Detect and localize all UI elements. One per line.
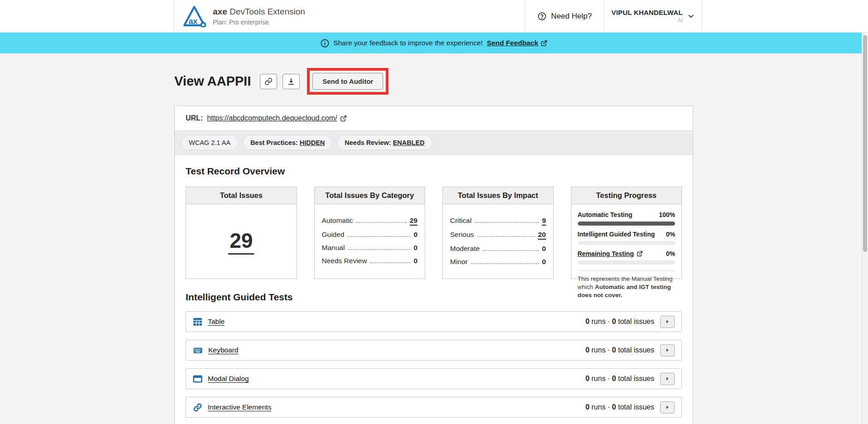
need-help-button[interactable]: Need Help? [525, 0, 604, 32]
impact-row: Minor0 [450, 258, 546, 266]
main-content: View AAPPII Send to Auditor URL: https:/… [0, 53, 868, 424]
scrollbar-thumb[interactable] [863, 35, 867, 252]
runs-label: runs · [590, 375, 612, 382]
stat-value: 0 [413, 244, 417, 252]
feedback-banner: Share your feedback to improve the exper… [0, 33, 868, 53]
stat-value: 0 [413, 257, 417, 265]
download-icon [287, 77, 295, 86]
caret-right-icon [664, 318, 671, 325]
expand-row-button[interactable] [660, 401, 675, 414]
caret-right-icon [664, 347, 671, 353]
total-issues-card: Total Issues 29 [186, 187, 297, 279]
guided-test-row-modal-dialog: Modal Dialog 0 runs · 0 total issues [186, 368, 682, 389]
expand-row-button[interactable] [660, 373, 675, 385]
overview-heading: Test Record Overview [186, 166, 682, 177]
progress-label: Remaining Testing [578, 250, 634, 257]
vertical-scrollbar[interactable] [862, 33, 868, 424]
progress-percent: 0% [666, 231, 675, 238]
impact-row: Critical9 [450, 217, 546, 226]
stat-label: Moderate [450, 245, 480, 253]
stat-label: Critical [450, 217, 471, 225]
brand-text: axe DevTools Extension Plan: Pro enterpr… [213, 7, 305, 26]
app-name-rest: DevTools Extension [227, 7, 305, 16]
modal-dialog-icon [193, 374, 202, 384]
runs-count: 0 [585, 346, 590, 354]
total-issues-value[interactable]: 29 [228, 228, 254, 255]
record-url-link[interactable]: https://abcdcomputech.dequecloud.com/ [207, 114, 346, 122]
stat-label: Automatic [322, 217, 353, 225]
guided-test-row-keyboard: Keyboard 0 runs · 0 total issues [186, 340, 682, 361]
category-row: Manual0 [322, 244, 418, 252]
stat-label: Minor [450, 258, 468, 266]
guided-test-link[interactable]: Keyboard [208, 346, 238, 354]
issues-label: total issues [616, 375, 654, 382]
impact-row: Serious20 [450, 231, 546, 240]
progress-bar [578, 260, 676, 265]
url-label: URL: [186, 114, 203, 122]
stat-value-link[interactable]: 29 [410, 217, 417, 226]
settings-badge-bar: WCAG 2.1 AA Best Practices: HIDDEN Needs… [175, 130, 693, 155]
best-practices-value: HIDDEN [300, 139, 325, 146]
card-title: Testing Progress [571, 187, 682, 204]
guided-test-link[interactable]: Table [208, 318, 225, 326]
table-icon [193, 317, 202, 327]
best-practices-toggle[interactable]: Best Practices: HIDDEN [243, 135, 332, 150]
progress-percent: 0% [666, 250, 675, 257]
guided-test-link[interactable]: Modal Dialog [208, 375, 249, 383]
header-left-spacer [0, 0, 174, 32]
testing-progress-card: Testing Progress Automatic Testing100% I… [571, 187, 682, 279]
send-feedback-link[interactable]: Send Feedback [487, 39, 547, 47]
stat-label: Serious [450, 231, 474, 239]
remaining-testing-link[interactable]: Remaining Testing [578, 250, 643, 257]
progress-note: This represents the Manual Testing which… [578, 270, 676, 300]
card-title: Total Issues By Impact [443, 187, 553, 204]
chain-links-icon [193, 403, 202, 412]
send-to-auditor-button[interactable]: Send to Auditor [312, 73, 383, 90]
runs-label: runs · [590, 403, 612, 411]
needs-review-toggle[interactable]: Needs Review: ENABLED [337, 135, 432, 150]
test-record-panel: URL: https://abcdcomputech.dequecloud.co… [174, 106, 693, 424]
stat-label: Manual [322, 244, 345, 252]
category-row: Needs Review0 [322, 257, 418, 265]
issues-count: 0 [612, 318, 616, 325]
svg-text:ax: ax [188, 16, 197, 25]
stat-value-link[interactable]: 9 [542, 217, 546, 226]
progress-fill [578, 222, 676, 226]
external-link-icon [637, 251, 643, 257]
expand-row-button[interactable] [660, 344, 675, 357]
impact-row: Moderate0 [450, 245, 546, 253]
stat-value: 0 [542, 245, 546, 253]
progress-bar [578, 241, 676, 245]
external-link-icon [541, 40, 547, 47]
progress-bar [578, 222, 676, 226]
guided-test-row-table: Table 0 runs · 0 total issues [186, 311, 682, 332]
issues-label: total issues [616, 403, 654, 411]
page-title-row: View AAPPII Send to Auditor [174, 68, 868, 95]
runs-count: 0 [585, 375, 590, 382]
guided-test-link[interactable]: Interactive Elements [208, 403, 271, 411]
download-button[interactable] [283, 74, 300, 89]
card-title: Total Issues [186, 187, 297, 204]
category-row: Guided0 [322, 231, 418, 239]
caret-right-icon [664, 376, 671, 382]
guided-test-row-interactive-elements: Interactive Elements 0 runs · 0 total is… [186, 397, 682, 418]
issues-by-category-card: Total Issues By Category Automatic29 Gui… [314, 187, 426, 279]
keyboard-icon [193, 346, 203, 355]
user-menu[interactable]: VIPUL KHANDELWAL AI [604, 0, 702, 32]
dotted-leader [370, 262, 410, 263]
issues-label: total issues [616, 318, 654, 325]
guided-test-stats: 0 runs · 0 total issues [585, 316, 675, 328]
overview-section: Test Record Overview Total Issues 29 Tot… [175, 155, 693, 279]
runs-count: 0 [585, 318, 590, 325]
app-title: axe DevTools Extension [213, 7, 305, 17]
dotted-leader [347, 236, 410, 237]
user-sub: AI [611, 17, 682, 24]
guided-test-stats: 0 runs · 0 total issues [585, 373, 675, 385]
needs-review-label: Needs Review: [345, 139, 393, 146]
copy-link-button[interactable] [260, 74, 277, 89]
expand-row-button[interactable] [660, 316, 675, 328]
stat-value-link[interactable]: 20 [538, 231, 546, 240]
issues-by-impact-card: Total Issues By Impact Critical9 Serious… [442, 187, 554, 279]
issues-count: 0 [612, 403, 616, 411]
dotted-leader [471, 263, 539, 264]
